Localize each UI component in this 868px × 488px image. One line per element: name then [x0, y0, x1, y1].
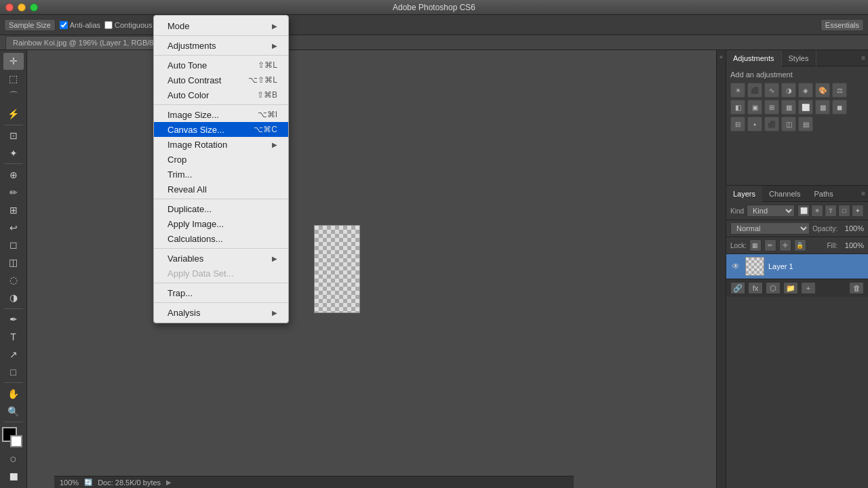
menu-item-auto-contrast[interactable]: Auto Contrast⌥⇧⌘L — [154, 73, 288, 87]
layer-visibility-icon[interactable]: 👁 — [730, 261, 741, 272]
exposure-icon[interactable]: ◑ — [781, 83, 796, 98]
contiguous-checkbox[interactable] — [104, 21, 113, 29]
quick-mask-button[interactable]: ⬡ — [3, 451, 24, 468]
close-button[interactable] — [5, 3, 14, 12]
panel-options-icon[interactable]: ≡ — [859, 54, 868, 62]
hue-saturation-icon[interactable]: 🎨 — [815, 83, 830, 98]
curves-icon[interactable]: ∿ — [764, 83, 779, 98]
shape-tool[interactable]: □ — [3, 363, 24, 380]
posterize-icon[interactable]: ▩ — [815, 100, 830, 115]
collapse-panel-button[interactable]: « — [717, 53, 726, 61]
tab-styles[interactable]: Styles — [782, 50, 816, 66]
menu-item-analysis[interactable]: Analysis▶ — [154, 305, 288, 320]
blend-mode-dropdown[interactable]: Normal — [730, 222, 810, 235]
vibrance-icon[interactable]: ◈ — [798, 83, 813, 98]
color-lookup-icon[interactable]: ▦ — [781, 100, 796, 115]
menu-item-mode[interactable]: Mode▶ — [154, 18, 288, 33]
selective-color-icon[interactable]: ⊟ — [730, 117, 745, 131]
brush-tool[interactable]: ✏ — [3, 184, 24, 201]
menu-item-adjustments[interactable]: Adjustments▶ — [154, 38, 288, 53]
pixel-filter-icon[interactable]: ⬜ — [797, 205, 810, 217]
levels-icon[interactable]: ⬛ — [747, 83, 762, 98]
lasso-tool[interactable]: ⌒ — [3, 88, 24, 105]
new-group-button[interactable]: 📁 — [783, 282, 798, 294]
menu-item-calculations---[interactable]: Calculations... — [154, 231, 288, 246]
selection-tool[interactable]: ⬚ — [3, 70, 24, 87]
gradient-tool[interactable]: ◫ — [3, 254, 24, 271]
type-tool[interactable]: T — [3, 329, 24, 346]
layer-item-1[interactable]: 👁 Layer 1 — [726, 254, 868, 279]
channel-mixer-icon[interactable]: ⊞ — [764, 100, 779, 115]
lock-transparent-btn[interactable]: ▦ — [749, 239, 762, 251]
invert-icon[interactable]: ⬜ — [798, 100, 813, 115]
move-tool[interactable]: ✛ — [3, 53, 24, 70]
menu-item-reveal-all[interactable]: Reveal All — [154, 182, 288, 197]
menu-item-auto-tone[interactable]: Auto Tone⇧⌘L — [154, 58, 288, 73]
status-arrow[interactable]: ▶ — [166, 479, 172, 486]
delete-layer-button[interactable]: 🗑 — [849, 282, 864, 294]
shape-filter-icon[interactable]: □ — [838, 205, 850, 217]
menu-item-canvas-size---[interactable]: Canvas Size...⌥⌘C — [154, 122, 288, 137]
lock-paint-btn[interactable]: ✏ — [764, 239, 776, 251]
maximize-button[interactable] — [30, 3, 38, 12]
magic-wand-tool[interactable]: ⚡ — [3, 106, 24, 123]
history-brush-tool[interactable]: ↩ — [3, 219, 24, 236]
tab-paths[interactable]: Paths — [808, 186, 840, 202]
path-select-tool[interactable]: ↗ — [3, 346, 24, 363]
tab-channels[interactable]: Channels — [762, 186, 807, 202]
smart-filter-icon[interactable]: ✦ — [852, 205, 864, 217]
lock-move-btn[interactable]: ✛ — [779, 239, 791, 251]
eyedropper-tool[interactable]: ✦ — [3, 145, 24, 162]
kind-dropdown[interactable]: Kind — [747, 205, 795, 217]
status-icon[interactable]: 🔄 — [84, 479, 92, 486]
layers-panel-options-icon[interactable]: ≡ — [859, 190, 868, 197]
menu-item-duplicate---[interactable]: Duplicate... — [154, 201, 288, 216]
brightness-contrast-icon[interactable]: ☀ — [730, 83, 745, 98]
gradient-map-icon[interactable]: ▪ — [747, 117, 762, 131]
menu-item-apply-image---[interactable]: Apply Image... — [154, 216, 288, 231]
adjustment-filter-icon[interactable]: ☀ — [811, 205, 823, 217]
menu-item-auto-color[interactable]: Auto Color⇧⌘B — [154, 87, 288, 102]
tab-layers[interactable]: Layers — [726, 186, 762, 202]
sample-size-button[interactable]: Sample Size — [4, 19, 56, 31]
menu-item-image-size---[interactable]: Image Size...⌥⌘I — [154, 107, 288, 122]
opacity-value[interactable]: 100% — [840, 224, 864, 232]
hand-tool[interactable]: ✋ — [3, 385, 24, 402]
menu-item-image-rotation[interactable]: Image Rotation▶ — [154, 137, 288, 152]
essentials-dropdown[interactable]: Essentials — [821, 19, 864, 31]
dodge-tool[interactable]: ◑ — [3, 289, 24, 306]
black-white-icon[interactable]: ◧ — [730, 100, 745, 115]
menu-item-trim---[interactable]: Trim... — [154, 167, 288, 182]
menu-item-variables[interactable]: Variables▶ — [154, 251, 288, 266]
pen-tool[interactable]: ✒ — [3, 311, 24, 328]
link-layers-button[interactable]: 🔗 — [730, 282, 745, 294]
photo-filter-icon[interactable]: ▣ — [747, 100, 762, 115]
color-balance-icon[interactable]: ⚖ — [832, 83, 847, 98]
add-mask-button[interactable]: ⬡ — [766, 282, 781, 294]
threshold-icon[interactable]: ◼ — [832, 100, 847, 115]
color-swatches[interactable] — [2, 427, 25, 447]
background-color[interactable] — [10, 435, 22, 447]
window-controls[interactable] — [5, 3, 38, 12]
new-layer-button[interactable]: + — [801, 282, 816, 294]
solid-color-icon[interactable]: ⬛ — [764, 117, 779, 131]
document-tab[interactable]: Rainbow Koi.jpg @ 196% (Layer 1, RGB/8) … — [5, 36, 173, 49]
fill-value[interactable]: 100% — [840, 241, 864, 249]
minimize-button[interactable] — [18, 3, 26, 12]
type-filter-icon[interactable]: T — [825, 205, 837, 217]
screen-mode-button[interactable]: ⬜ — [3, 468, 24, 485]
crop-tool[interactable]: ⊡ — [3, 127, 24, 144]
healing-brush-tool[interactable]: ⊕ — [3, 166, 24, 183]
menu-item-crop[interactable]: Crop — [154, 152, 288, 167]
lock-all-btn[interactable]: 🔒 — [794, 239, 806, 251]
pattern-fill-icon[interactable]: ▤ — [798, 117, 813, 131]
anti-alias-checkbox[interactable] — [60, 21, 68, 29]
tab-adjustments[interactable]: Adjustments — [726, 50, 782, 66]
eraser-tool[interactable]: ◻ — [3, 237, 24, 253]
blur-tool[interactable]: ◌ — [3, 272, 24, 289]
add-style-button[interactable]: fx — [748, 282, 763, 294]
menu-item-trap---[interactable]: Trap... — [154, 285, 288, 300]
gradient-fill-icon[interactable]: ◫ — [781, 117, 796, 131]
zoom-tool[interactable]: 🔍 — [3, 403, 24, 420]
clone-stamp-tool[interactable]: ⊞ — [3, 201, 24, 218]
